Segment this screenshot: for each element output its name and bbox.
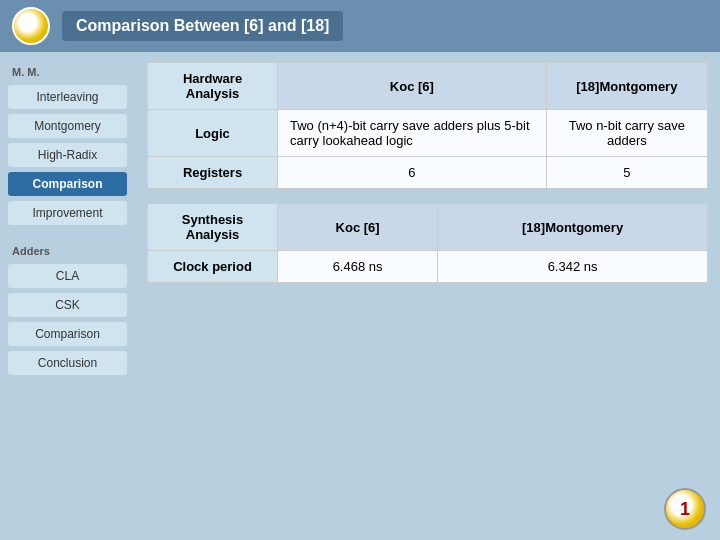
sidebar-item-comparison2[interactable]: Comparison bbox=[8, 322, 127, 346]
sidebar: M. M. Interleaving Montgomery High-Radix… bbox=[0, 52, 135, 540]
synthesis-row0-col1: 6.468 ns bbox=[278, 251, 438, 283]
hardware-col2-header: [18]Montgomery bbox=[546, 63, 707, 110]
sidebar-item-improvement[interactable]: Improvement bbox=[8, 201, 127, 225]
sidebar-item-high-radix[interactable]: High-Radix bbox=[8, 143, 127, 167]
synthesis-col1-header: Koc [6] bbox=[278, 204, 438, 251]
sidebar-item-montgomery[interactable]: Montgomery bbox=[8, 114, 127, 138]
logo-icon bbox=[12, 7, 50, 45]
synthesis-col2-header: [18]Montgomery bbox=[438, 204, 708, 251]
sidebar-item-csk[interactable]: CSK bbox=[8, 293, 127, 317]
hardware-row0-label: Logic bbox=[148, 110, 278, 157]
sidebar-item-comparison[interactable]: Comparison bbox=[8, 172, 127, 196]
watermark-badge: 1 bbox=[664, 488, 706, 530]
hardware-row1-label: Registers bbox=[148, 157, 278, 189]
main-layout: M. M. Interleaving Montgomery High-Radix… bbox=[0, 52, 720, 540]
hardware-row0-col1: Two (n+4)-bit carry save adders plus 5-b… bbox=[278, 110, 547, 157]
content-area: Hardware Analysis Koc [6] [18]Montgomery… bbox=[135, 52, 720, 540]
synthesis-row0-col2: 6.342 ns bbox=[438, 251, 708, 283]
table-row: Clock period 6.468 ns 6.342 ns bbox=[148, 251, 708, 283]
hardware-col1-header: Koc [6] bbox=[278, 63, 547, 110]
hardware-table: Hardware Analysis Koc [6] [18]Montgomery… bbox=[147, 62, 708, 189]
sidebar-item-cla[interactable]: CLA bbox=[8, 264, 127, 288]
top-bar: Comparison Between [6] and [18] bbox=[0, 0, 720, 52]
hardware-col0-header: Hardware Analysis bbox=[148, 63, 278, 110]
hardware-row1-col1: 6 bbox=[278, 157, 547, 189]
synthesis-table: Synthesis Analysis Koc [6] [18]Montgomer… bbox=[147, 203, 708, 283]
table-row: Logic Two (n+4)-bit carry save adders pl… bbox=[148, 110, 708, 157]
table-row: Registers 6 5 bbox=[148, 157, 708, 189]
synthesis-row0-label: Clock period bbox=[148, 251, 278, 283]
sidebar-item-conclusion[interactable]: Conclusion bbox=[8, 351, 127, 375]
hardware-row1-col2: 5 bbox=[546, 157, 707, 189]
page-title: Comparison Between [6] and [18] bbox=[62, 11, 343, 41]
sidebar-section-mm: M. M. bbox=[8, 62, 127, 80]
hardware-row0-col2: Two n-bit carry save adders bbox=[546, 110, 707, 157]
sidebar-item-interleaving[interactable]: Interleaving bbox=[8, 85, 127, 109]
synthesis-col0-header: Synthesis Analysis bbox=[148, 204, 278, 251]
sidebar-section-adders: Adders bbox=[8, 241, 127, 259]
